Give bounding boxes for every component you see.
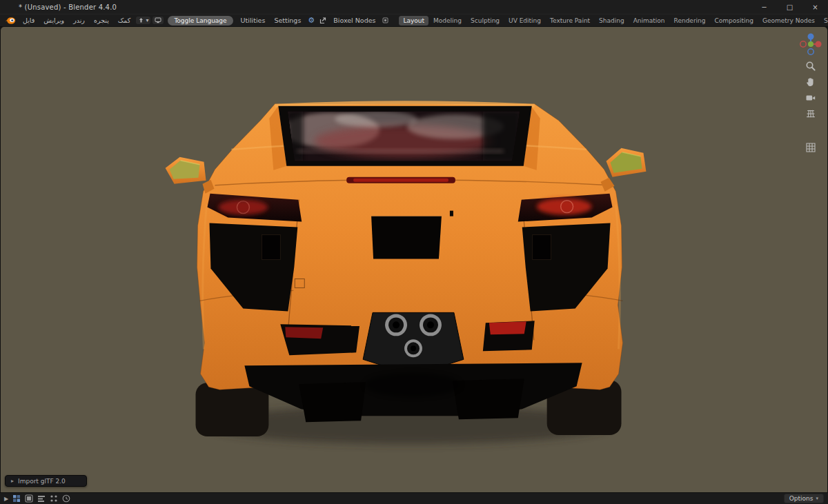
- zoom-icon[interactable]: [805, 61, 816, 72]
- tab-modeling[interactable]: Modeling: [429, 16, 466, 26]
- arrow-up-icon: [138, 17, 144, 23]
- titlebar: * (Unsaved) - Blender 4.4.0 ─ □ ×: [0, 0, 828, 14]
- perspective-toggle-icon[interactable]: [805, 108, 816, 119]
- play-icon[interactable]: ▶: [4, 496, 8, 502]
- tab-scripting[interactable]: Scripting: [820, 16, 828, 26]
- navigation-gizmo-icon[interactable]: [799, 32, 822, 56]
- menu-bioxel-nodes[interactable]: Bioxel Nodes: [329, 16, 379, 25]
- car-rear-window: [278, 106, 531, 166]
- close-button[interactable]: ×: [802, 0, 828, 14]
- menu-help[interactable]: کمک: [114, 16, 135, 25]
- tab-uv-editing[interactable]: UV Editing: [504, 16, 545, 26]
- editor-layers-icon[interactable]: [25, 494, 33, 503]
- caret-right-icon: ▸: [11, 478, 14, 484]
- workspace-tabs: Layout Modeling Sculpting UV Editing Tex…: [399, 16, 828, 26]
- tab-sculpting[interactable]: Sculpting: [466, 16, 504, 26]
- menu-file[interactable]: فایل: [19, 16, 39, 25]
- tab-shading[interactable]: Shading: [595, 16, 629, 26]
- viewport-3d[interactable]: ▸ Import glTF 2.0: [1, 27, 827, 492]
- window-title: * (Unsaved) - Blender 4.4.0: [19, 3, 117, 11]
- blender-logo-icon[interactable]: [5, 17, 16, 25]
- settings-gear-icon[interactable]: ⚙: [306, 16, 317, 25]
- editor-grid-icon[interactable]: [12, 494, 21, 503]
- topbar: فایل ویرایش رندر پنجره کمک ▾ Toggle Lang…: [0, 14, 828, 26]
- options-label: Options: [789, 495, 814, 502]
- chevron-down-icon: ▾: [146, 17, 148, 23]
- tab-layout[interactable]: Layout: [399, 16, 428, 26]
- menu-edit[interactable]: ویرایش: [39, 16, 68, 25]
- operator-label: Import glTF 2.0: [18, 478, 66, 485]
- chevron-down-icon: ▾: [816, 496, 818, 501]
- grid-icon[interactable]: [805, 142, 816, 153]
- menu-utilities[interactable]: Utilities: [237, 16, 270, 25]
- external-link-icon[interactable]: [317, 17, 328, 24]
- minimize-button[interactable]: ─: [751, 0, 777, 14]
- menu-settings[interactable]: Settings: [270, 16, 305, 25]
- editor-dots-icon[interactable]: [50, 494, 58, 503]
- tab-animation[interactable]: Animation: [629, 16, 669, 26]
- window-controls: ─ □ ×: [751, 0, 828, 14]
- options-button[interactable]: Options ▾: [784, 494, 824, 503]
- import-export-dropdown[interactable]: ▾: [136, 17, 150, 24]
- display-mode-button[interactable]: [152, 17, 164, 24]
- tab-texture-paint[interactable]: Texture Paint: [546, 16, 594, 26]
- tab-rendering[interactable]: Rendering: [670, 16, 710, 26]
- editor-toggle-icon[interactable]: [380, 17, 391, 23]
- editor-clock-icon[interactable]: [62, 494, 70, 503]
- toggle-language-button[interactable]: Toggle Language: [168, 16, 233, 26]
- monitor-icon: [155, 17, 161, 23]
- tab-geometry-nodes[interactable]: Geometry Nodes: [758, 16, 819, 26]
- menu-render[interactable]: رندر: [69, 16, 89, 25]
- viewport-gizmos: [799, 32, 822, 153]
- tab-compositing[interactable]: Compositing: [711, 16, 758, 26]
- car-model[interactable]: [1, 27, 827, 492]
- camera-view-icon[interactable]: [805, 92, 816, 103]
- viewport-area: ▸ Import glTF 2.0: [0, 26, 828, 492]
- blender-window: * (Unsaved) - Blender 4.4.0 ─ □ × فایل و…: [0, 0, 828, 504]
- pan-hand-icon[interactable]: [805, 77, 816, 88]
- editor-bars-icon[interactable]: [37, 494, 46, 503]
- statusbar: ▶: [0, 492, 828, 504]
- maximize-button[interactable]: □: [777, 0, 802, 14]
- menu-window[interactable]: پنجره: [90, 16, 113, 25]
- operator-redo-panel[interactable]: ▸ Import glTF 2.0: [5, 475, 87, 487]
